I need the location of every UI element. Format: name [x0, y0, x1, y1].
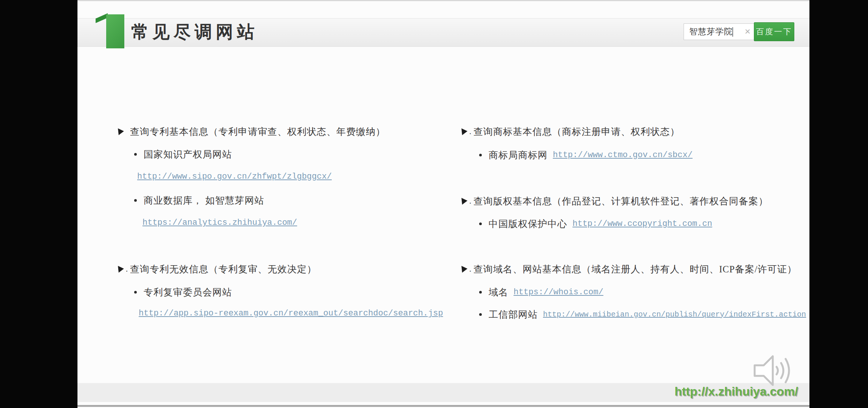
- list-item: 商标局商标网 http://www.ctmo.gov.cn/sbcx/: [479, 148, 693, 162]
- page-title: 常见尽调网站: [131, 20, 258, 44]
- section-title: 查询商标基本信息（商标注册申请、权利状态）: [473, 125, 680, 138]
- section-header: 查询专利基本信息（专利申请审查、权利状态、年费缴纳）: [118, 125, 385, 138]
- list-item-label: 域名: [489, 286, 508, 298]
- section-title: 查询域名、网站基本信息（域名注册人、持有人、时间、ICP备案/许可证）: [473, 263, 797, 275]
- text-cursor: [732, 27, 733, 37]
- list-item-label: 商业数据库， 如智慧芽网站: [144, 194, 264, 207]
- dot-bullet-icon: [479, 223, 482, 225]
- list-item-label: 中国版权保护中心: [489, 218, 567, 230]
- link-line: https://analytics.zhihuiya.com/: [142, 217, 297, 229]
- link-sipo[interactable]: http://www.sipo.gov.cn/zhfwpt/zlgbggcx/: [137, 172, 332, 181]
- dot-bullet-icon: [479, 291, 482, 294]
- dot-bullet-icon: [479, 154, 482, 156]
- list-item: 国家知识产权局网站: [134, 147, 232, 161]
- arrow-bullet-icon: [118, 265, 124, 272]
- slide: 常见尽调网站 智慧芽学院 × 百度一下 查询专利基本信息（专利申请审查、权利状态…: [77, 0, 809, 408]
- link-line: http://www.sipo.gov.cn/zhfwpt/zlgbggcx/: [137, 171, 332, 183]
- section-header: . 查询域名、网站基本信息（域名注册人、持有人、时间、ICP备案/许可证）: [462, 262, 797, 276]
- footer-url[interactable]: http://x.zhihuiya.com/: [675, 385, 798, 399]
- slide-bottom-edge: [77, 405, 809, 407]
- marker-dot: .: [467, 127, 473, 136]
- link-whois[interactable]: https://whois.com/: [514, 287, 603, 297]
- link-ctmo[interactable]: http://www.ctmo.gov.cn/sbcx/: [553, 150, 693, 160]
- speaker-icon[interactable]: [750, 352, 800, 389]
- search-button[interactable]: 百度一下: [754, 22, 794, 41]
- list-item: 中国版权保护中心 http://www.ccopyright.com.cn: [479, 217, 712, 230]
- section-header: . 查询版权基本信息（作品登记、计算机软件登记、著作权合同备案）: [462, 194, 768, 208]
- dot-bullet-icon: [134, 199, 137, 202]
- link-ccopyright[interactable]: http://www.ccopyright.com.cn: [572, 219, 712, 229]
- list-item: 域名 https://whois.com/: [479, 285, 603, 299]
- marker-dot: .: [124, 264, 130, 274]
- marker-dot: .: [467, 196, 473, 206]
- section-title: 查询专利基本信息（专利申请审查、权利状态、年费缴纳）: [130, 125, 385, 138]
- section-number-badge: [106, 14, 124, 48]
- arrow-bullet-icon: [118, 128, 124, 135]
- slide-top-edge: [77, 0, 809, 1]
- marker-dot: .: [467, 264, 473, 274]
- link-line: http://app.sipo-reexam.gov.cn/reexam_out…: [139, 308, 443, 320]
- list-item: 工信部网站 http://www.miibeian.gov.cn/publish…: [479, 308, 806, 321]
- link-zhihuiya-analytics[interactable]: https://analytics.zhihuiya.com/: [142, 218, 297, 227]
- list-item-label: 国家知识产权局网站: [144, 148, 232, 161]
- section-header: . 查询商标基本信息（商标注册申请、权利状态）: [462, 125, 680, 138]
- list-item-label: 专利复审委员会网站: [144, 286, 232, 298]
- dot-bullet-icon: [479, 313, 482, 316]
- section-header: . 查询专利无效信息（专利复审、无效决定）: [118, 262, 317, 276]
- dot-bullet-icon: [134, 153, 137, 156]
- search-input-value: 智慧芽学院: [689, 24, 733, 40]
- list-item: 商业数据库， 如智慧芽网站: [134, 193, 264, 207]
- section-title: 查询版权基本信息（作品登记、计算机软件登记、著作权合同备案）: [473, 195, 768, 207]
- arrow-bullet-icon: [461, 265, 468, 272]
- list-item-label: 商标局商标网: [489, 149, 548, 161]
- arrow-bullet-icon: [461, 197, 468, 204]
- dot-bullet-icon: [134, 291, 137, 294]
- arrow-bullet-icon: [461, 128, 468, 135]
- video-frame: 常见尽调网站 智慧芽学院 × 百度一下 查询专利基本信息（专利申请审查、权利状态…: [0, 0, 868, 408]
- list-item: 专利复审委员会网站: [134, 285, 232, 299]
- section-title: 查询专利无效信息（专利复审、无效决定）: [130, 263, 317, 275]
- search-input[interactable]: 智慧芽学院 ×: [684, 23, 754, 40]
- link-sipo-reexam[interactable]: http://app.sipo-reexam.gov.cn/reexam_out…: [139, 309, 443, 318]
- link-miibeian[interactable]: http://www.miibeian.gov.cn/publish/query…: [543, 310, 806, 319]
- clear-icon[interactable]: ×: [745, 24, 750, 40]
- list-item-label: 工信部网站: [489, 308, 538, 321]
